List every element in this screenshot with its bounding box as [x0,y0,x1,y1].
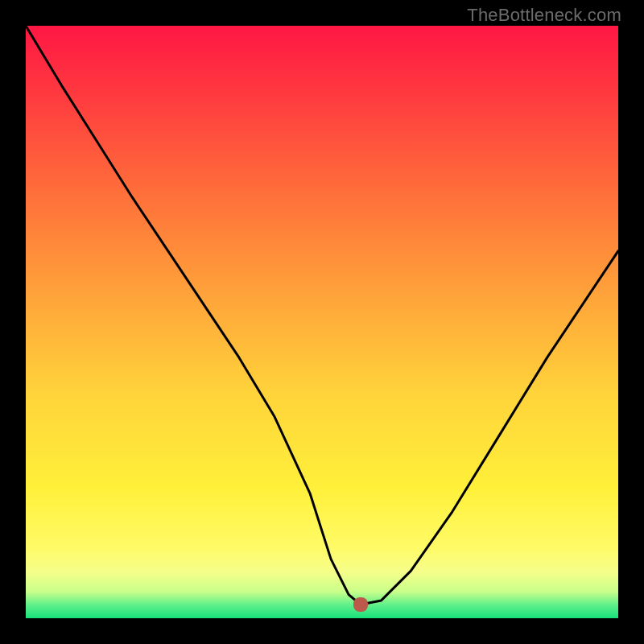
minimum-marker [353,597,368,612]
chart-frame: TheBottleneck.com [0,0,644,644]
plot-area [26,26,618,618]
watermark-label: TheBottleneck.com [467,5,621,26]
bottleneck-curve [26,26,618,618]
